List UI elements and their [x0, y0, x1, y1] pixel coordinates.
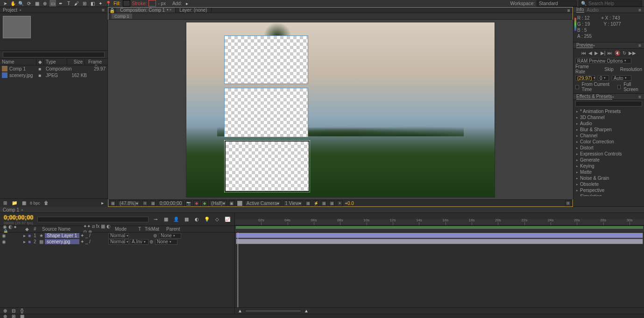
audio-tab[interactable]: Audio [587, 7, 599, 13]
preset-category[interactable]: Blur & Sharpen [575, 127, 642, 133]
pen-tool-icon[interactable]: ✒ [57, 0, 64, 7]
layer-row-2[interactable]: ◉ ▸ ■ 2 ▦ scenery.jpg ✦ _ / Normal A.Inv… [0, 239, 234, 245]
clone-tool-icon[interactable]: ⊞ [81, 0, 88, 7]
preset-category[interactable]: Channel [575, 133, 642, 139]
motion-blur-icon[interactable]: ◐ [193, 216, 200, 223]
graph-editor-icon[interactable]: 📈 [224, 216, 231, 223]
prev-frame-icon[interactable]: ◀ [588, 50, 592, 56]
rgb-icon[interactable]: ◆ [201, 200, 207, 206]
timeline-search-input[interactable] [37, 217, 149, 222]
mask-icon[interactable]: ▦ [150, 200, 156, 206]
breadcrumb-item[interactable]: Comp 1 [112, 14, 132, 19]
search-help[interactable]: 🔍 Search Help [579, 0, 642, 7]
cti-line[interactable] [238, 233, 238, 307]
brush-tool-icon[interactable]: 🖌 [73, 0, 80, 7]
pan-behind-tool-icon[interactable]: ⊕ [42, 0, 48, 7]
foot-icon-3[interactable]: ▦ [19, 313, 25, 318]
auto-keyframe-icon[interactable]: ◇ [214, 216, 220, 223]
trkmat-dropdown[interactable]: A.Inv [130, 239, 149, 245]
layer-tab[interactable]: Layer: (none) [176, 7, 211, 13]
preset-category[interactable]: Distort [575, 145, 642, 151]
loop-icon[interactable]: ↻ [623, 50, 626, 56]
current-time[interactable]: 0;00;00;00 [4, 214, 34, 221]
composition-tab[interactable]: Composition: Comp 1 ▾ × [116, 7, 176, 13]
next-frame-icon[interactable]: ▶| [601, 50, 606, 56]
fast-preview-icon[interactable]: ⚡ [313, 200, 319, 206]
layer-bar-2[interactable] [236, 239, 643, 244]
effects-search-input[interactable] [575, 101, 642, 106]
panel-menu-icon[interactable]: ≡ [638, 94, 641, 99]
fill-swatch[interactable] [123, 0, 130, 7]
preset-category[interactable]: Noise & Grain [575, 175, 642, 181]
snapshot-icon[interactable]: 📷 [185, 200, 191, 206]
zoom-dropdown[interactable]: (47.8%) ▾ [118, 200, 140, 206]
text-tool-icon[interactable]: T [65, 0, 72, 7]
reset-exposure-icon[interactable]: ☀ [337, 200, 343, 206]
time-display[interactable]: 0;00;00;00 [158, 200, 184, 206]
time-ruler[interactable]: 02s04s06s08s10s12s14s16s18s20s22s24s26s2… [235, 219, 644, 226]
roto-tool-icon[interactable]: ✦ [97, 0, 104, 7]
preset-category[interactable]: Matte [575, 169, 642, 175]
timeline-tab[interactable]: Comp 1 [3, 207, 19, 212]
skip-dropdown[interactable]: 0 [598, 75, 609, 81]
shape-tool-icon[interactable]: ▭ [50, 0, 56, 7]
panel-menu-icon[interactable]: ≡ [102, 7, 105, 13]
preset-category[interactable]: Expression Controls [575, 151, 642, 157]
full-screen-checkbox[interactable] [617, 85, 621, 89]
preset-category[interactable]: Generate [575, 157, 642, 163]
resolution-dropdown[interactable]: (Half) ▾ [209, 200, 226, 206]
selection-tool-icon[interactable]: ➤ [2, 0, 8, 7]
preview-options-dropdown[interactable]: RAM Preview Options [575, 58, 631, 64]
project-search-input[interactable] [3, 52, 105, 57]
first-frame-icon[interactable]: ⏮ [581, 50, 586, 56]
preset-category[interactable]: Obsolete [575, 181, 642, 187]
mode-dropdown[interactable]: Normal [108, 233, 129, 239]
add-menu-icon[interactable]: ▸ [184, 0, 191, 7]
zoom-slider[interactable] [245, 310, 301, 312]
zoom-in-icon[interactable]: ▲ [303, 308, 310, 314]
zoom-tool-icon[interactable]: 🔍 [18, 0, 24, 7]
project-item-comp[interactable]: Comp 1 ■ Composition 29.97 [0, 65, 107, 72]
roi-icon[interactable]: ▣ [229, 200, 235, 206]
parent-dropdown[interactable]: None [159, 233, 181, 239]
mute-icon[interactable]: 🔇 [615, 50, 620, 56]
foot-icon-1[interactable]: ⊕ [2, 313, 8, 318]
stroke-swatch[interactable] [149, 0, 156, 7]
preset-category[interactable]: Perspective [575, 187, 642, 193]
flowchart-icon[interactable]: ▦ [329, 200, 335, 206]
parent-dropdown[interactable]: None [155, 239, 177, 245]
foot-icon-2[interactable]: ⊞ [10, 313, 17, 318]
draft3d-icon[interactable]: ▦ [163, 216, 169, 223]
comp-flowchart-icon[interactable]: ⊞ [565, 200, 571, 206]
lock-icon[interactable]: 🔒 [108, 7, 116, 14]
ram-preview-icon[interactable]: ▶▶ [629, 50, 636, 56]
project-item-footage[interactable]: scenery.jpg ■ JPEG 162 KB [0, 72, 107, 78]
panel-menu-icon[interactable]: ≡ [565, 7, 573, 14]
last-frame-icon[interactable]: ⏭ [608, 50, 612, 56]
flowchart-icon[interactable]: ▸ [99, 200, 106, 206]
shape-rect-2[interactable] [224, 88, 308, 137]
view-dropdown[interactable]: 1 View ▾ [283, 200, 303, 206]
info-tab[interactable]: Info [576, 7, 584, 13]
layer-bar-1[interactable] [236, 233, 643, 238]
composition-viewer[interactable] [108, 20, 573, 199]
preset-category[interactable]: 3D Channel [575, 114, 642, 120]
puppet-tool-icon[interactable]: 📍 [105, 0, 112, 7]
from-current-checkbox[interactable] [575, 85, 579, 89]
brainstorm-icon[interactable]: 💡 [204, 216, 210, 223]
hand-tool-icon[interactable]: ✋ [10, 0, 16, 7]
layer-row-1[interactable]: ◉ ▸ ■ 1 ★ Shape Layer 1 ✦ _ / Normal ⊚ N… [0, 233, 234, 239]
workspace-dropdown[interactable]: Standard [537, 0, 577, 7]
framerate-dropdown[interactable]: (29.97) [575, 75, 595, 81]
preset-category[interactable]: Color Correction [575, 139, 642, 145]
project-list[interactable]: Comp 1 ■ Composition 29.97 scenery.jpg ■… [0, 65, 107, 198]
preset-category[interactable]: Audio [575, 120, 642, 127]
grid-icon[interactable]: ⊞ [142, 200, 148, 206]
preset-category[interactable]: Keying [575, 163, 642, 169]
frame-blend-icon[interactable]: ▦ [183, 216, 190, 223]
new-comp-icon[interactable]: ▦ [21, 200, 27, 206]
mode-dropdown[interactable]: Normal [108, 239, 129, 245]
shape-rect-1[interactable] [224, 35, 308, 84]
new-folder-icon[interactable]: 📁 [11, 200, 18, 206]
bpc-indicator[interactable]: 8 bpc [30, 201, 40, 205]
